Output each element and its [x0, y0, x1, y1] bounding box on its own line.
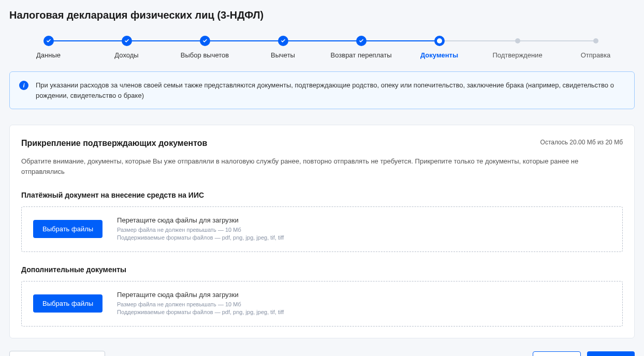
next-button[interactable]: Далее: [587, 351, 635, 356]
step-check-icon: [43, 36, 54, 46]
size-limit: Размер файла не должен превышать — 10 Мб: [117, 226, 284, 234]
drag-instruction: Перетащите сюда файлы для загрузки: [117, 216, 284, 224]
info-text: При указании расходов за членов своей се…: [36, 80, 625, 100]
step-check-icon: [200, 36, 210, 46]
step-label: Данные: [36, 51, 61, 59]
step-future-icon: [515, 38, 520, 43]
attach-card: Прикрепление подтверждающих документов О…: [9, 125, 635, 338]
drop-texts: Перетащите сюда файлы для загрузки Разме…: [117, 291, 284, 317]
attach-title: Прикрепление подтверждающих документов: [21, 139, 207, 148]
drag-instruction: Перетащите сюда файлы для загрузки: [117, 291, 284, 299]
step-label: Доходы: [114, 51, 138, 59]
step-check-icon: [278, 36, 288, 46]
footer-bar: Выйти из обращения Назад Далее: [9, 351, 635, 356]
step-label: Возврат переплаты: [331, 51, 392, 59]
step-check-icon: [356, 36, 367, 46]
info-banner: i При указании расходов за членов своей …: [9, 71, 635, 109]
step-deduction-choice[interactable]: Выбор вычетов: [166, 36, 244, 59]
drop-zone[interactable]: Выбрать файлы Перетащите сюда файлы для …: [21, 206, 623, 252]
step-label: Документы: [420, 51, 458, 59]
stepper: Данные Доходы Выбор вычетов Вычеты Возвр…: [9, 36, 635, 59]
step-active-icon: [434, 36, 445, 46]
step-confirmation: Подтверждение: [478, 36, 557, 59]
format-info: Поддерживаемые форматы файлов — pdf, png…: [117, 234, 284, 242]
info-icon: i: [19, 81, 28, 90]
upload-section-payment: Платёжный документ на внесение средств н…: [21, 191, 623, 252]
storage-remaining: Осталось 20.00 Мб из 20 Мб: [540, 139, 623, 146]
step-label: Подтверждение: [492, 51, 542, 59]
step-label: Выбор вычетов: [181, 51, 229, 59]
step-send: Отправка: [557, 36, 635, 59]
choose-files-button[interactable]: Выбрать файлы: [33, 220, 103, 238]
step-documents[interactable]: Документы: [400, 36, 478, 59]
upload-title: Платёжный документ на внесение средств н…: [21, 191, 623, 199]
size-limit: Размер файла не должен превышать — 10 Мб: [117, 301, 284, 308]
choose-files-button[interactable]: Выбрать файлы: [33, 294, 103, 313]
step-data[interactable]: Данные: [9, 36, 87, 59]
step-refund[interactable]: Возврат переплаты: [322, 36, 400, 59]
step-label: Вычеты: [271, 51, 295, 59]
upload-section-additional: Дополнительные документы Выбрать файлы П…: [21, 265, 623, 327]
drop-zone[interactable]: Выбрать файлы Перетащите сюда файлы для …: [21, 281, 623, 327]
step-label: Отправка: [581, 51, 611, 59]
drop-texts: Перетащите сюда файлы для загрузки Разме…: [117, 216, 284, 242]
format-info: Поддерживаемые форматы файлов — pdf, png…: [117, 308, 284, 316]
page-title: Налоговая декларация физических лиц (3-Н…: [9, 9, 635, 21]
step-future-icon: [593, 38, 598, 43]
step-check-icon: [122, 36, 132, 46]
attach-subtext: Обратите внимание, документы, которые Вы…: [21, 156, 623, 176]
exit-button[interactable]: Выйти из обращения: [9, 351, 105, 356]
back-button[interactable]: Назад: [533, 351, 581, 356]
step-income[interactable]: Доходы: [87, 36, 166, 59]
step-deductions[interactable]: Вычеты: [244, 36, 322, 59]
upload-title: Дополнительные документы: [21, 265, 623, 274]
